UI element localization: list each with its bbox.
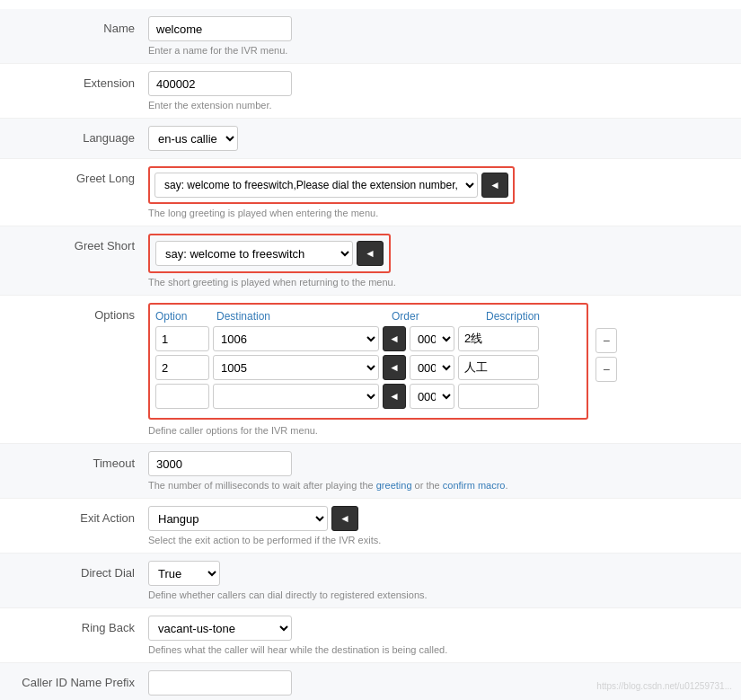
name-field-col: Enter a name for the IVR menu. — [148, 16, 732, 56]
watermark: https://blog.csdn.net/u01259731... — [596, 681, 732, 691]
option-desc-input[interactable] — [458, 384, 539, 409]
greet-long-field-col: say: welcome to freeswitch,Please dial t… — [148, 166, 732, 218]
name-label: Name — [9, 16, 148, 35]
language-select[interactable]: en-us callie — [148, 126, 238, 151]
greet-short-help: The short greeting is played when return… — [148, 277, 732, 288]
table-row: 1006 ◄ 000 — [155, 326, 581, 351]
direct-dial-select[interactable]: True False — [148, 561, 220, 586]
name-row: Name Enter a name for the IVR menu. — [0, 9, 741, 64]
ring-back-label: Ring Back — [9, 616, 148, 634]
greet-long-label: Greet Long — [9, 166, 148, 185]
exit-action-help: Select the exit action to be performed i… — [148, 535, 732, 545]
greet-long-row: Greet Long say: welcome to freeswitch,Pl… — [0, 159, 741, 226]
name-help: Enter a name for the IVR menu. — [148, 45, 732, 56]
options-field-col: Option Destination Order Description 100… — [148, 303, 732, 436]
option-header-option: Option — [155, 310, 216, 323]
direct-dial-label: Direct Dial — [9, 561, 148, 580]
exit-action-select[interactable]: Hangup — [148, 506, 328, 531]
timeout-field-col: The number of milliseconds to wait after… — [148, 451, 732, 491]
exit-action-row: Exit Action Hangup ◄ Select the exit act… — [0, 499, 741, 554]
table-row: ◄ 000 — [155, 384, 581, 409]
timeout-input[interactable] — [148, 451, 292, 476]
options-headers: Option Destination Order Description — [155, 310, 581, 323]
option-order-select[interactable]: 000 — [410, 384, 454, 409]
ring-back-row: Ring Back vacant-us-tone Defines what th… — [0, 608, 741, 663]
name-input[interactable] — [148, 16, 292, 41]
greet-short-box: say: welcome to freeswitch ◄ — [148, 234, 391, 273]
options-section: Option Destination Order Description 100… — [148, 303, 588, 420]
ivr-form: Name Enter a name for the IVR menu. Exte… — [0, 0, 741, 700]
table-row: 1005 ◄ 000 — [155, 355, 581, 380]
options-help: Define caller options for the IVR menu. — [148, 425, 732, 436]
greet-short-select[interactable]: say: welcome to freeswitch — [155, 241, 353, 266]
direct-dial-help: Define whether callers can dial directly… — [148, 589, 732, 600]
timeout-macro-link[interactable]: confirm macro — [443, 480, 506, 491]
timeout-greeting-link[interactable]: greeting — [376, 480, 412, 491]
option-num-input[interactable] — [155, 384, 209, 409]
ring-back-field-col: vacant-us-tone Defines what the caller w… — [148, 616, 732, 655]
greet-short-field-col: say: welcome to freeswitch ◄ The short g… — [148, 234, 732, 288]
caller-id-label: Caller ID Name Prefix — [9, 670, 148, 689]
option-header-destination: Destination — [216, 310, 392, 323]
extension-input[interactable] — [148, 71, 292, 96]
caller-id-input[interactable] — [148, 670, 292, 696]
exit-action-group: Hangup ◄ — [148, 506, 732, 531]
greet-long-select[interactable]: say: welcome to freeswitch,Please dial t… — [154, 173, 478, 198]
ring-back-help: Defines what the caller will hear while … — [148, 644, 732, 655]
options-outer: Option Destination Order Description 100… — [148, 303, 732, 420]
timeout-label: Timeout — [9, 451, 148, 470]
option-desc-input[interactable] — [458, 355, 539, 380]
exit-action-play-button[interactable]: ◄ — [331, 506, 358, 531]
extension-help: Enter the extension number. — [148, 100, 732, 111]
language-field-col: en-us callie — [148, 126, 732, 151]
language-label: Language — [9, 126, 148, 145]
greet-long-play-button[interactable]: ◄ — [481, 173, 508, 198]
option-play-button[interactable]: ◄ — [383, 355, 406, 380]
language-row: Language en-us callie — [0, 119, 741, 159]
timeout-help-middle: or the — [412, 480, 443, 491]
options-row: Options Option Destination Order Descrip… — [0, 296, 741, 444]
option-dest-select[interactable]: 1006 — [213, 326, 379, 351]
greet-short-row: Greet Short say: welcome to freeswitch ◄… — [0, 226, 741, 296]
option-dest-select[interactable]: 1005 — [213, 355, 379, 380]
option-header-order: Order — [392, 310, 486, 323]
greet-short-label: Greet Short — [9, 234, 148, 253]
option-num-input[interactable] — [155, 326, 209, 351]
direct-dial-row: Direct Dial True False Define whether ca… — [0, 554, 741, 608]
option-num-input[interactable] — [155, 355, 209, 380]
extension-row: Extension Enter the extension number. — [0, 64, 741, 119]
greet-long-help: The long greeting is played when enterin… — [148, 208, 732, 218]
option-desc-input[interactable] — [458, 326, 539, 351]
option-play-button[interactable]: ◄ — [383, 326, 406, 351]
options-minus-col: − − — [595, 303, 617, 382]
options-label: Options — [9, 303, 148, 322]
exit-action-field-col: Hangup ◄ Select the exit action to be pe… — [148, 506, 732, 545]
exit-action-label: Exit Action — [9, 506, 148, 525]
greet-short-play-button[interactable]: ◄ — [357, 241, 384, 266]
option-order-select[interactable]: 000 — [410, 355, 454, 380]
ring-back-select[interactable]: vacant-us-tone — [148, 616, 292, 641]
timeout-row: Timeout The number of milliseconds to wa… — [0, 444, 741, 499]
option-header-description: Description — [486, 310, 576, 323]
extension-field-col: Enter the extension number. — [148, 71, 732, 111]
greet-long-box: say: welcome to freeswitch,Please dial t… — [148, 166, 515, 204]
option-remove-button[interactable]: − — [595, 357, 617, 382]
timeout-help-prefix: The number of milliseconds to wait after… — [148, 480, 376, 491]
option-dest-select[interactable] — [213, 384, 379, 409]
extension-label: Extension — [9, 71, 148, 90]
direct-dial-field-col: True False Define whether callers can di… — [148, 561, 732, 600]
option-play-button[interactable]: ◄ — [383, 384, 406, 409]
option-order-select[interactable]: 000 — [410, 326, 454, 351]
option-remove-button[interactable]: − — [595, 328, 617, 353]
timeout-help: The number of milliseconds to wait after… — [148, 480, 732, 491]
timeout-help-suffix: . — [505, 480, 507, 491]
